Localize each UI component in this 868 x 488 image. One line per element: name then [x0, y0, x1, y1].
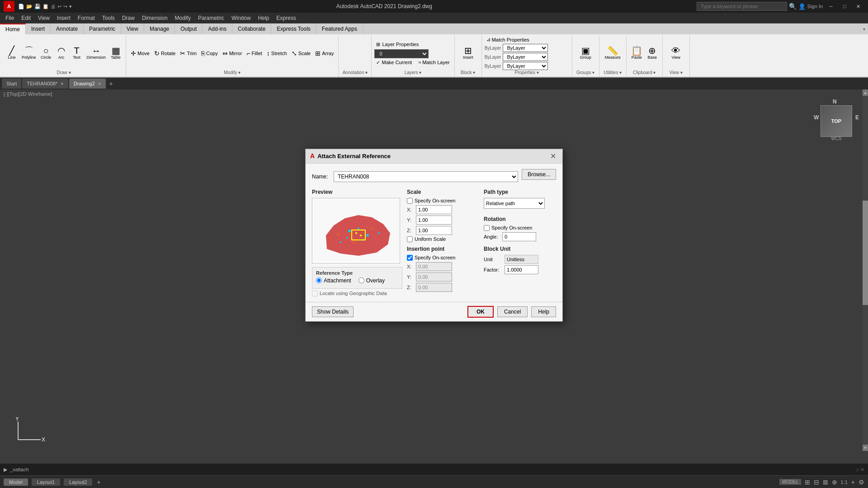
save-icon[interactable]: 💾: [34, 4, 41, 9]
fillet-button[interactable]: ⌐Fillet: [245, 49, 264, 57]
angle-input[interactable]: [502, 232, 536, 241]
overlay-radio[interactable]: [359, 277, 364, 283]
tab-manage[interactable]: Manage: [144, 23, 175, 34]
dimension-button[interactable]: ↔Dimension: [85, 45, 108, 61]
insert-button[interactable]: ⊞Insert: [461, 45, 475, 61]
table-button[interactable]: ▦Table: [108, 45, 123, 61]
attachment-option[interactable]: Attachment: [316, 277, 351, 284]
close-button[interactable]: ✕: [852, 2, 864, 11]
tab-annotate[interactable]: Annotate: [51, 23, 84, 34]
tab-view[interactable]: View: [121, 23, 144, 34]
scroll-track[interactable]: [863, 96, 868, 445]
add-tab-button[interactable]: +: [107, 80, 116, 87]
polyline-button[interactable]: ⌒Polyline: [20, 45, 38, 61]
snap-button[interactable]: ⊟: [814, 479, 819, 486]
ins-z-input[interactable]: [416, 283, 452, 292]
tab-drawing2-close[interactable]: ✕: [98, 81, 101, 86]
tab-tehran[interactable]: TEHRAN008* ✕: [22, 79, 68, 89]
print-icon[interactable]: 🖨: [51, 4, 56, 9]
tab-expresstools[interactable]: Express Tools: [271, 23, 316, 34]
arc-button[interactable]: ◠Arc: [54, 45, 69, 61]
add-layout-button[interactable]: +: [97, 479, 100, 486]
tab-parametric[interactable]: Parametric: [84, 23, 121, 34]
attachment-radio[interactable]: [316, 277, 322, 283]
view-button[interactable]: 👁View: [669, 45, 683, 61]
specify-onscreen-rot-checkbox[interactable]: [484, 225, 490, 231]
tab-tehran-close[interactable]: ✕: [60, 81, 64, 86]
match-layer-button[interactable]: ≈Match Layer: [416, 59, 452, 66]
menu-view[interactable]: View: [34, 13, 53, 23]
name-dropdown[interactable]: TEHRAN008: [334, 171, 518, 182]
tab-collaborate[interactable]: Collaborate: [232, 23, 271, 34]
ok-button[interactable]: OK: [467, 306, 494, 318]
scale-y-input[interactable]: [416, 216, 452, 225]
menu-parametric[interactable]: Parametric: [194, 13, 228, 23]
dialog-close-button[interactable]: ✕: [548, 152, 558, 160]
settings-button[interactable]: ⚙: [859, 479, 864, 486]
menu-window[interactable]: Window: [228, 13, 255, 23]
search-button[interactable]: 🔍: [789, 3, 797, 10]
undo-icon[interactable]: ↩: [57, 4, 61, 9]
statusbar-tab-layout1[interactable]: Layout1: [32, 479, 60, 486]
scale-button[interactable]: ⤡Scale: [290, 49, 313, 57]
bylayer-lineweight-dropdown[interactable]: ByLayer: [503, 62, 548, 70]
search-input[interactable]: [697, 2, 787, 11]
base-button[interactable]: ⊕Base: [645, 45, 660, 61]
navcube-top-button[interactable]: TOP: [821, 105, 852, 137]
scroll-thumb[interactable]: [863, 201, 868, 305]
menu-express[interactable]: Express: [273, 13, 299, 23]
factor-input[interactable]: [505, 265, 538, 274]
menu-edit[interactable]: Edit: [18, 13, 34, 23]
group-button[interactable]: ▣Group: [578, 45, 593, 61]
tab-addins[interactable]: Add-ins: [203, 23, 232, 34]
menu-draw[interactable]: Draw: [118, 13, 138, 23]
navcube[interactable]: N S E W TOP WCS: [814, 99, 859, 148]
scale-x-input[interactable]: [416, 205, 452, 214]
user-icon[interactable]: 👤: [798, 3, 806, 10]
grid-button[interactable]: ⊞: [805, 479, 810, 486]
scrollbar-vertical[interactable]: ▲ ▼: [863, 89, 868, 451]
zoom-in-button[interactable]: +: [851, 479, 855, 486]
ortho-button[interactable]: ⊠: [823, 479, 828, 486]
open-icon[interactable]: 📂: [26, 4, 33, 9]
geo-locate-checkbox[interactable]: [312, 291, 318, 296]
cancel-button[interactable]: Cancel: [497, 306, 528, 317]
statusbar-tab-layout2[interactable]: Layout2: [64, 479, 92, 486]
specify-onscreen-scale-checkbox[interactable]: [407, 198, 413, 204]
tab-featuredapps[interactable]: Featured Apps: [316, 23, 363, 34]
stretch-button[interactable]: ↕Stretch: [265, 49, 289, 57]
array-button[interactable]: ⊞Array: [313, 49, 335, 57]
make-current-button[interactable]: ✓Make Current: [374, 59, 414, 66]
redo-icon[interactable]: ↪: [63, 4, 67, 9]
ins-y-input[interactable]: [416, 272, 452, 282]
ins-x-input[interactable]: [416, 262, 452, 271]
text-button[interactable]: TText: [70, 45, 84, 61]
help-button[interactable]: Help: [531, 306, 556, 317]
mirror-button[interactable]: ⇔Mirror: [221, 49, 244, 57]
layer-properties-button[interactable]: ⊞Layer Properties: [374, 41, 420, 48]
menu-modify[interactable]: Modify: [171, 13, 194, 23]
paste-button[interactable]: 📋Paste: [629, 45, 644, 61]
line-button[interactable]: ╱Line: [5, 45, 19, 61]
tab-insert[interactable]: Insert: [26, 23, 51, 34]
rotate-button[interactable]: ↻Rotate: [152, 49, 177, 57]
scroll-down-button[interactable]: ▼: [863, 445, 868, 451]
restore-button[interactable]: □: [838, 2, 851, 11]
uniform-scale-checkbox[interactable]: [407, 236, 413, 242]
trim-button[interactable]: ✂Trim: [178, 49, 198, 57]
bylayer-color-dropdown[interactable]: ByLayer: [503, 44, 548, 52]
measure-button[interactable]: 📏Measure: [603, 45, 623, 61]
match-properties-button[interactable]: ⊿Match Properties: [485, 36, 531, 43]
scale-z-input[interactable]: [416, 226, 452, 235]
signin-label[interactable]: Sign In: [807, 4, 823, 9]
tab-start[interactable]: Start: [2, 79, 21, 89]
bylayer-linetype-dropdown[interactable]: ByLayer: [503, 53, 548, 61]
menu-format[interactable]: Format: [74, 13, 99, 23]
new-icon[interactable]: 📄: [18, 4, 24, 9]
tab-home[interactable]: Home: [0, 23, 26, 34]
menu-dimension[interactable]: Dimension: [138, 13, 171, 23]
quick-access-toolbar[interactable]: 📄 📂 💾 📋 🖨 ↩ ↪ ▾: [18, 4, 72, 9]
layer-dropdown[interactable]: 0: [374, 49, 429, 58]
menu-insert[interactable]: Insert: [53, 13, 74, 23]
menu-help[interactable]: Help: [255, 13, 273, 23]
